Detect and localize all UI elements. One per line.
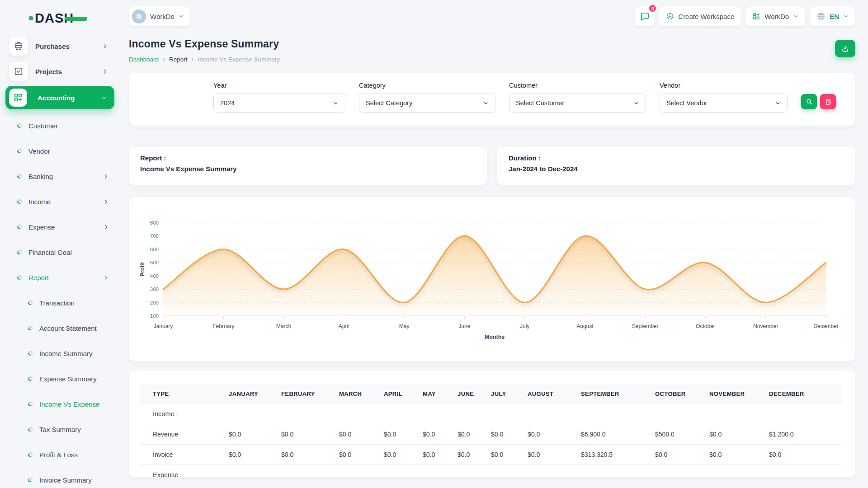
chevron-down-icon xyxy=(633,100,639,106)
app-logo[interactable]: DASH xyxy=(29,9,120,27)
chevron-right-icon xyxy=(103,174,109,179)
sidebar-item-label: Account Statement xyxy=(39,324,97,332)
notification-badge: 0 xyxy=(648,4,657,13)
svg-text:100: 100 xyxy=(150,313,159,319)
table-cell: $6,900.0 xyxy=(581,424,655,445)
year-select[interactable]: 2024 xyxy=(213,94,345,113)
donut-bullet-icon xyxy=(28,402,33,406)
category-select[interactable]: Select Category xyxy=(359,94,495,113)
sidebar-item-customer[interactable]: Customer xyxy=(0,115,120,136)
sidebar-item-label: Expense xyxy=(28,223,55,231)
category-label: Category xyxy=(359,82,495,89)
sidebar-item-label: Income xyxy=(28,198,51,206)
download-button[interactable] xyxy=(835,40,855,57)
svg-text:April: April xyxy=(339,323,349,329)
sidebar-item-label: Income Vs Expense xyxy=(39,400,99,408)
report-card: Report : Income Vs Expense Summary xyxy=(129,147,487,185)
sidebar-item-income[interactable]: Income xyxy=(0,191,120,212)
chevron-down-icon xyxy=(483,100,489,106)
breadcrumb-item-report[interactable]: Report xyxy=(169,56,188,63)
topbar: WorkDo 0 Create Workspace xyxy=(129,0,855,26)
table-cell: $0.0 xyxy=(384,424,423,445)
main-content: WorkDo 0 Create Workspace xyxy=(120,0,868,488)
category-field: Category Select Category xyxy=(359,82,495,113)
duration-card: Duration : Jan-2024 to Dec-2024 xyxy=(497,147,855,185)
workdo-apps-button[interactable]: WorkDo xyxy=(745,6,805,26)
sidebar-item-label: Report xyxy=(28,274,49,282)
table-cell: $0.0 xyxy=(491,445,528,465)
vendor-select[interactable]: Select Vendor xyxy=(660,94,788,113)
table-header-cell: NOVEMBER xyxy=(709,384,769,404)
row-label: Revenue xyxy=(140,424,229,445)
table-cell: $313,320.5 xyxy=(581,445,655,465)
sidebar-item-label: Income Summary xyxy=(39,350,93,357)
chevron-right-icon xyxy=(103,199,109,205)
table-header-cell: JULY xyxy=(491,384,528,404)
svg-text:Profit: Profit xyxy=(139,262,146,276)
workspace-selector[interactable]: WorkDo xyxy=(129,6,190,26)
sidebar-item-profit-loss[interactable]: Profit & Loss xyxy=(0,444,120,465)
language-code: EN xyxy=(830,13,839,20)
sidebar-item-expense-summary[interactable]: Expense Summary xyxy=(0,368,120,389)
income-vs-expense-chart: 100200300400500600700800JanuaryFebruaryM… xyxy=(129,197,855,351)
section-label: Expense : xyxy=(140,465,842,478)
table-cell: $0.0 xyxy=(458,424,491,445)
sidebar-item-label: Customer xyxy=(28,122,58,130)
svg-text:700: 700 xyxy=(150,233,159,239)
table-cell: $0.0 xyxy=(655,445,709,465)
sidebar-item-tax-summary[interactable]: Tax Summary xyxy=(0,418,120,440)
chat-icon xyxy=(640,11,650,22)
table-cell: $0.0 xyxy=(709,445,769,465)
grid-plus-icon xyxy=(752,12,760,20)
donut-bullet-icon xyxy=(17,225,22,229)
info-row: Report : Income Vs Expense Summary Durat… xyxy=(129,147,855,185)
donut-bullet-icon xyxy=(17,199,22,204)
sidebar-item-financial-goal[interactable]: Financial Goal xyxy=(0,241,120,263)
language-selector[interactable]: EN xyxy=(810,6,855,26)
table-section-row: Income : xyxy=(140,404,842,424)
sidebar-item-projects[interactable]: Projects xyxy=(0,61,120,82)
sidebar-item-accounting[interactable]: Accounting xyxy=(5,86,114,109)
sidebar-item-transaction[interactable]: Transaction xyxy=(0,292,120,314)
filter-actions xyxy=(801,94,836,109)
svg-text:January: January xyxy=(154,323,173,329)
sidebar-item-label: Accounting xyxy=(38,94,75,102)
sidebar-item-banking[interactable]: Banking xyxy=(0,165,120,187)
search-button[interactable] xyxy=(801,94,817,109)
table-row: Revenue$0.0$0.0$0.0$0.0$0.0$0.0$0.0$0.0$… xyxy=(140,424,842,445)
sidebar-item-income-vs-expense[interactable]: Income Vs Expense xyxy=(0,393,120,415)
plus-circle-icon xyxy=(666,12,674,20)
table-row: Invoice$0.0$0.0$0.0$0.0$0.0$0.0$0.0$0.0$… xyxy=(140,445,842,465)
vendor-value: Select Vendor xyxy=(666,99,707,107)
sidebar-item-invoice-summary[interactable]: Invoice Summary xyxy=(0,469,120,488)
table-cell: $0.0 xyxy=(491,424,528,445)
sidebar-item-income-summary[interactable]: Income Summary xyxy=(0,343,120,364)
table-cell: $0.0 xyxy=(339,445,384,465)
sidebar-item-expense[interactable]: Expense xyxy=(0,216,120,238)
create-workspace-button[interactable]: Create Workspace xyxy=(659,6,741,26)
sidebar-item-account-statement[interactable]: Account Statement xyxy=(0,317,120,339)
table-header-cell: DECEMBER xyxy=(769,384,842,404)
svg-text:400: 400 xyxy=(150,273,159,279)
sidebar-item-purchases[interactable]: Purchases xyxy=(0,35,120,57)
sidebar-item-report[interactable]: Report xyxy=(0,267,120,288)
table-header-cell: JUNE xyxy=(458,384,491,404)
donut-bullet-icon xyxy=(17,123,22,128)
sidebar-item-vendor[interactable]: Vendor xyxy=(0,140,120,162)
table-cell: $0.0 xyxy=(528,445,581,465)
svg-text:March: March xyxy=(276,323,291,329)
breadcrumb-item-dashboard[interactable]: Dashboard xyxy=(129,56,159,63)
svg-text:September: September xyxy=(632,323,659,329)
table-cell: $0.0 xyxy=(229,445,281,465)
summary-table: TYPEJANUARYFEBRUARYMARCHAPRILMAYJUNEJULY… xyxy=(140,384,842,477)
page-header: Income Vs Expense Summary Dashboard›Repo… xyxy=(129,38,855,63)
sidebar-nav: PurchasesProjectsAccountingCustomerVendo… xyxy=(0,35,120,488)
sidebar-item-label: Projects xyxy=(35,68,62,75)
donut-bullet-icon xyxy=(28,452,33,457)
chevron-down-icon xyxy=(101,95,107,101)
sidebar-item-label: Expense Summary xyxy=(39,375,97,383)
reset-button[interactable] xyxy=(820,94,836,109)
breadcrumb-separator-icon: › xyxy=(192,56,194,62)
customer-select[interactable]: Select Customer xyxy=(509,94,646,113)
messages-button[interactable]: 0 xyxy=(635,6,655,26)
